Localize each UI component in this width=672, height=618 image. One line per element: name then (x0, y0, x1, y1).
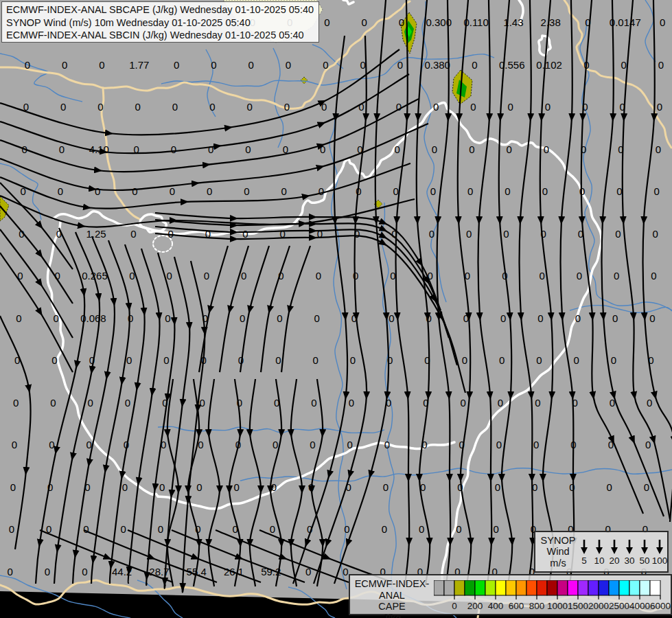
grid-value-label: 0 (657, 101, 662, 113)
grid-value-label: 55.4 (187, 566, 207, 577)
wind-speed-column: 50 (637, 538, 652, 566)
grid-value-label: 0 (612, 312, 618, 324)
grid-value-label: 0 (56, 228, 62, 240)
grid-value-label: 0 (314, 312, 320, 324)
cape-color-swatch (640, 580, 650, 595)
grid-value-label: 0 (205, 228, 211, 240)
grid-value-label: 0 (503, 228, 509, 240)
wind-speed-column: 100 (652, 538, 667, 566)
grid-value-label: 0 (505, 185, 510, 197)
grid-value-label: 0 (542, 185, 548, 197)
grid-value-label: 0 (171, 144, 176, 155)
grid-value-label: 0 (49, 439, 54, 450)
grid-value-label: 0 (99, 59, 104, 71)
cape-color-swatch (629, 580, 640, 595)
grid-value-label: 0 (277, 312, 282, 324)
wind-speed-label: 10 (594, 556, 604, 566)
grid-value-label: 0 (395, 144, 400, 155)
grid-value-label: 0 (614, 270, 619, 282)
grid-value-label: 0 (660, 16, 665, 28)
grid-value-label: 0 (383, 481, 389, 493)
grid-value-label: 0 (23, 101, 29, 113)
grid-value-label: 0 (621, 59, 627, 71)
grid-value-label: 0 (83, 523, 89, 535)
cape-tick-label: 800 (529, 601, 545, 611)
grid-value-label: 0 (399, 16, 404, 28)
wind-legend-title: SYNOP Wind m/s (535, 535, 577, 569)
grid-value-label: 0 (14, 354, 20, 366)
grid-value-label: 0 (22, 144, 27, 155)
grid-value-label: 0 (648, 354, 653, 366)
grid-value-label: 0 (307, 523, 312, 535)
grid-value-label: 0 (17, 270, 23, 282)
grid-value-label: 0 (433, 101, 439, 113)
wind-speed-column: 20 (607, 538, 622, 566)
grid-value-label: 0 (25, 59, 30, 71)
weather-map-page: 000000000000.3000.1101.432.3800.01470000… (0, 0, 672, 618)
grid-value-label: 0 (578, 228, 583, 240)
grid-value-label: 0 (208, 144, 213, 155)
grid-value-label: 0 (582, 101, 588, 113)
grid-value-label: 0.556 (499, 59, 525, 71)
grid-value-label: 0 (89, 354, 95, 366)
grid-value-label: 0 (133, 144, 139, 155)
grid-value-label: 0 (82, 566, 87, 577)
grid-value-label: 0 (202, 312, 208, 324)
grid-value-label: 0 (97, 101, 103, 113)
grid-value-label: 0 (389, 312, 394, 324)
grid-value-label: 0 (577, 270, 582, 282)
grid-value-label: 0 (163, 354, 169, 366)
grid-value-label: 0 (13, 397, 19, 409)
grid-value-label: 0 (198, 439, 203, 450)
cape-tick-label: 400 (488, 601, 504, 611)
grid-value-label: 0 (572, 397, 577, 409)
grid-value-label: 0 (539, 270, 544, 282)
grid-value-label: 44.2 (112, 566, 132, 577)
grid-value-label: 0 (353, 270, 358, 282)
grid-value-label: 0 (166, 270, 172, 282)
wind-speed-label: 100 (652, 556, 668, 566)
grid-value-label: 0 (246, 101, 252, 113)
grid-value-label: 0 (45, 566, 50, 577)
grid-value-label: 0 (426, 312, 431, 324)
grid-value-label: 0 (283, 144, 288, 155)
grid-value-label: 0 (502, 270, 507, 282)
grid-value-label: 0 (248, 59, 254, 71)
grid-value-label: 0.102 (536, 59, 562, 71)
grid-value-label: 0 (323, 59, 328, 71)
grid-value-label: 1.77 (129, 59, 149, 71)
cape-colorbar: 0200400600800100015002000250040006000 (434, 580, 672, 615)
grid-value-label: 0 (245, 144, 251, 155)
down-arrow-icon (655, 538, 664, 555)
grid-value-label: 0 (396, 101, 402, 113)
grid-value-label: 0 (12, 439, 17, 450)
cape-color-swatch (568, 580, 578, 595)
grid-value-label: 0 (305, 566, 311, 577)
grid-value-label: 0 (354, 228, 360, 240)
cape-color-swatch (537, 580, 547, 595)
grid-value-label: 0 (84, 481, 90, 493)
grid-value-label: 0 (53, 312, 58, 324)
cape-color-swatch (465, 580, 475, 595)
grid-value-label: 0 (608, 439, 614, 450)
grid-value-label: 0 (499, 354, 505, 366)
grid-value-label: 0 (498, 397, 503, 409)
grid-value-label: 0 (463, 312, 469, 324)
grid-value-label: 0 (135, 101, 141, 113)
grid-value-label: 0 (506, 144, 511, 155)
grid-value-label: 0 (308, 481, 314, 493)
grid-value-label: 0 (237, 397, 242, 409)
grid-value-label: 0 (537, 312, 543, 324)
cape-color-swatch (588, 580, 599, 595)
grid-value-label: 0 (652, 228, 658, 240)
grid-value-label: 0 (581, 144, 586, 155)
grid-value-label: 0 (432, 144, 437, 155)
grid-value-label: 0 (430, 185, 436, 197)
wind-speed-column: 10 (592, 538, 607, 566)
grid-value-label: 0 (362, 16, 367, 28)
grid-value-label: 0 (209, 101, 215, 113)
grid-value-label: 0 (165, 312, 170, 324)
grid-value-label: 0 (207, 185, 212, 197)
grid-value-label: 0 (242, 228, 248, 240)
grid-value-label: 0 (318, 185, 324, 197)
